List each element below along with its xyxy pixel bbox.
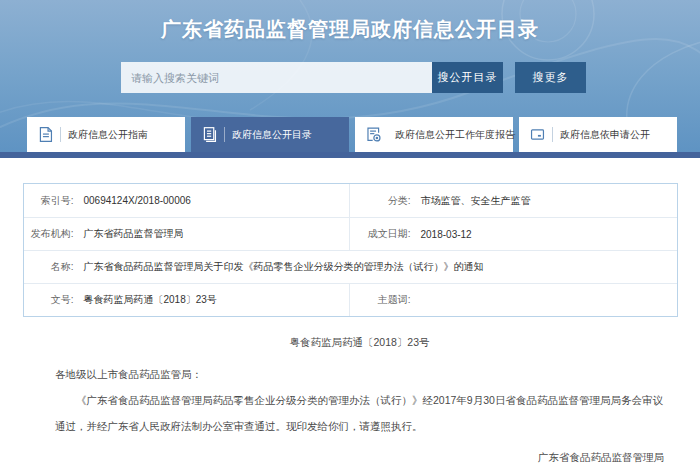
tab-divider: [60, 127, 61, 142]
doc-number-value: 粤食药监局药通〔2018〕23号: [84, 283, 349, 316]
document-reference-number: 粤食药监局药通〔2018〕23号: [55, 329, 664, 355]
category-value: 市场监管、安全生产监管: [421, 184, 677, 217]
name-value: 广东省食品药品监督管理局关于印发《药品零售企业分级分类的管理办法（试行）》的通知: [84, 250, 677, 283]
subject-value: [421, 283, 677, 316]
issue-date-label: 成文日期:: [349, 217, 421, 250]
tab-gov-info-guide[interactable]: 政府信息公开指南: [27, 117, 185, 152]
search-catalog-button[interactable]: 搜公开目录: [432, 62, 503, 93]
search-more-button[interactable]: 搜更多: [515, 62, 586, 93]
tab-underline-bar: [0, 152, 700, 158]
publisher-label: 发布机构:: [24, 217, 84, 250]
document-body: 粤食药监局药通〔2018〕23号 各地级以上市食品药品监管局： 《广东省食品药品…: [0, 329, 700, 466]
tab-disclosure-on-request[interactable]: 政府信息依申请公开: [519, 117, 677, 152]
doc-number-label: 文号:: [24, 283, 84, 316]
banner: 广东省药品监督管理局政府信息公开目录 搜公开目录 搜更多 政府信息公开指南: [0, 0, 700, 158]
index-number-value: 00694124X/2018-00006: [84, 184, 349, 217]
document-salutation: 各地级以上市食品药品监管局：: [55, 361, 664, 387]
tab-bar: 政府信息公开指南 政府信息公开目录 政府信息公开工作年度报告: [27, 117, 677, 152]
report-clock-icon: [365, 126, 382, 143]
search-input[interactable]: [121, 62, 432, 93]
signature-organization: 广东省食品药品监督管理局: [55, 447, 664, 466]
tab-divider: [224, 127, 225, 142]
tab-gov-info-catalog[interactable]: 政府信息公开目录: [191, 117, 349, 152]
document-info-table: 索引号: 00694124X/2018-00006 分类: 市场监管、安全生产监…: [23, 183, 678, 317]
tab-divider: [552, 127, 553, 142]
document-stack-icon: [201, 126, 218, 143]
page-title: 广东省药品监督管理局政府信息公开目录: [0, 16, 700, 43]
name-label: 名称:: [24, 250, 84, 283]
tab-label: 政府信息公开工作年度报告: [395, 128, 515, 142]
tab-label: 政府信息公开目录: [232, 128, 312, 142]
application-form-icon: [529, 126, 546, 143]
category-label: 分类:: [349, 184, 421, 217]
issue-date-value: 2018-03-12: [421, 217, 677, 250]
subject-label: 主题词:: [349, 283, 421, 316]
index-number-label: 索引号:: [24, 184, 84, 217]
search-bar: 搜公开目录 搜更多: [121, 62, 586, 93]
page: 广东省药品监督管理局政府信息公开目录 搜公开目录 搜更多 政府信息公开指南: [0, 0, 700, 466]
tab-label: 政府信息公开指南: [68, 128, 148, 142]
tab-annual-report[interactable]: 政府信息公开工作年度报告: [355, 117, 513, 152]
document-paragraph: 《广东省食品药品监督管理局药品零售企业分级分类的管理办法（试行）》经2017年9…: [55, 387, 664, 439]
publisher-value: 广东省药品监督管理局: [84, 217, 349, 250]
document-icon: [37, 126, 54, 143]
tab-label: 政府信息依申请公开: [560, 128, 650, 142]
